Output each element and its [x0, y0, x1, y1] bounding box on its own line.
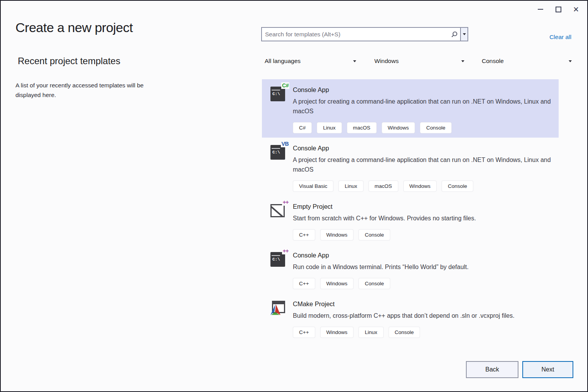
tag-pill[interactable]: Linux	[338, 181, 363, 192]
chevron-down-icon	[463, 33, 466, 35]
template-item-cmake-project-4[interactable]: CMake Project Build modern, cross-platfo…	[262, 293, 559, 342]
template-title: Console App	[293, 143, 559, 153]
tag-pill[interactable]: Windows	[320, 229, 354, 240]
template-item-console-app-3[interactable]: C:\++ Console App Run code in a Windows …	[262, 245, 559, 293]
tag-pill[interactable]: Windows	[403, 181, 437, 192]
template-description: Build modern, cross-platform C++ apps th…	[293, 311, 515, 320]
minimize-button[interactable]	[532, 1, 549, 18]
tag-pill[interactable]: Windows	[382, 122, 415, 133]
tag-pill[interactable]: Visual Basic	[293, 181, 333, 192]
tag-pill[interactable]: C++	[293, 278, 315, 289]
tag-pill[interactable]: Linux	[317, 122, 342, 133]
tag-pill[interactable]: Console	[359, 229, 390, 240]
recent-templates-heading: Recent project templates	[18, 56, 120, 66]
language-badge: ++	[282, 248, 289, 254]
empty-project-icon	[270, 204, 285, 217]
platform-filter-value: Windows	[374, 58, 399, 65]
chevron-down-icon	[353, 60, 356, 62]
close-button[interactable]: ✕	[567, 1, 585, 18]
template-item-empty-project-2[interactable]: ++ Empty Project Start from scratch with…	[262, 196, 559, 245]
recent-templates-hint: A list of your recently accessed templat…	[15, 80, 170, 100]
window-controls: ✕	[532, 1, 585, 18]
template-tags: Visual BasicLinuxmacOSWindowsConsole	[293, 181, 559, 192]
tag-pill[interactable]: Windows	[320, 278, 354, 289]
clear-all-link[interactable]: Clear all	[549, 34, 571, 41]
cmake-logo-icon	[270, 304, 281, 315]
search-icon[interactable]	[449, 28, 460, 41]
template-title: CMake Project	[293, 299, 515, 308]
tag-pill[interactable]: macOS	[369, 181, 398, 192]
tag-pill[interactable]: Windows	[320, 327, 354, 338]
chevron-down-icon	[461, 60, 464, 62]
project-type-filter-dropdown[interactable]: Console	[482, 56, 572, 66]
create-new-project-dialog: ✕ Create a new project Recent project te…	[0, 0, 588, 392]
template-search-box	[261, 27, 468, 41]
template-description: Run code in a Windows terminal. Prints “…	[293, 262, 469, 272]
minimize-icon	[538, 9, 543, 10]
tag-pill[interactable]: Console	[442, 181, 473, 192]
back-button[interactable]: Back	[466, 361, 518, 378]
tag-pill[interactable]: macOS	[347, 122, 377, 133]
template-tags: C++WindowsConsole	[293, 278, 469, 289]
maximize-button[interactable]	[549, 1, 567, 18]
tag-pill[interactable]: C#	[293, 122, 312, 133]
template-tags: C++WindowsLinuxConsole	[293, 327, 515, 338]
search-input[interactable]	[262, 28, 449, 41]
template-title: Empty Project	[293, 202, 476, 211]
language-badge: C#	[281, 82, 289, 89]
language-filter-dropdown[interactable]: All languages	[265, 56, 356, 66]
language-badge: ++	[282, 199, 289, 206]
template-list: C:\C# Console App A project for creating…	[262, 79, 559, 342]
template-title: Console App	[293, 85, 559, 94]
language-filter-value: All languages	[265, 58, 301, 65]
project-type-filter-value: Console	[482, 58, 504, 65]
platform-filter-dropdown[interactable]: Windows	[374, 56, 464, 66]
maximize-icon	[556, 7, 561, 12]
template-tags: C#LinuxmacOSWindowsConsole	[293, 122, 559, 133]
template-description: Start from scratch with C++ for Windows.…	[293, 213, 476, 223]
tag-pill[interactable]: C++	[293, 229, 315, 240]
close-icon: ✕	[573, 6, 579, 13]
template-description: A project for creating a command-line ap…	[293, 97, 559, 116]
template-item-console-app-0[interactable]: C:\C# Console App A project for creating…	[262, 79, 559, 138]
tag-pill[interactable]: Console	[389, 327, 420, 338]
tag-pill[interactable]: Linux	[359, 327, 383, 338]
page-title: Create a new project	[15, 20, 133, 35]
tag-pill[interactable]: Console	[359, 278, 390, 289]
template-description: A project for creating a command-line ap…	[293, 155, 559, 174]
next-button[interactable]: Next	[522, 361, 573, 378]
tag-pill[interactable]: Console	[420, 122, 452, 133]
template-title: Console App	[293, 251, 469, 260]
tag-pill[interactable]: C++	[293, 327, 315, 338]
chevron-down-icon	[569, 60, 572, 62]
language-badge: VB	[281, 141, 289, 147]
template-tags: C++WindowsConsole	[293, 229, 476, 240]
template-item-console-app-1[interactable]: C:\VB Console App A project for creating…	[262, 138, 559, 196]
search-history-dropdown[interactable]	[460, 28, 467, 41]
